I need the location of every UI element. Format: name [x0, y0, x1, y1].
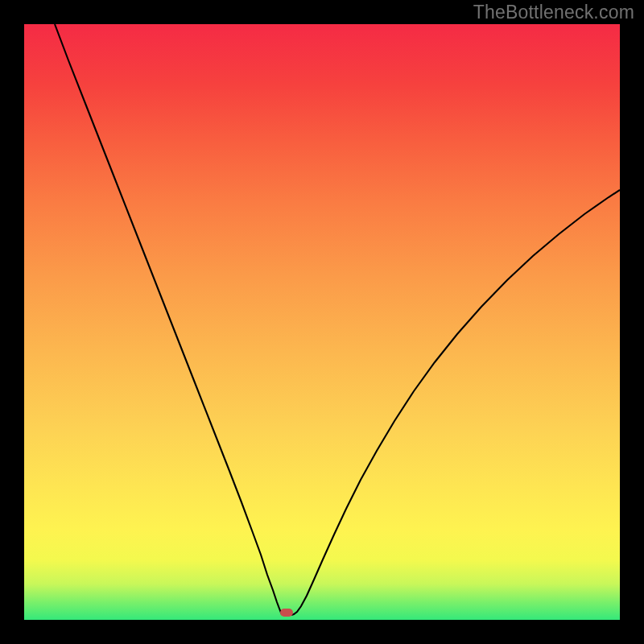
bottleneck-curve [24, 24, 620, 620]
optimum-marker [280, 609, 293, 617]
curve-path [55, 24, 620, 615]
plot-area [24, 24, 620, 620]
chart-frame: TheBottleneck.com [0, 0, 644, 644]
watermark-text: TheBottleneck.com [473, 2, 634, 23]
